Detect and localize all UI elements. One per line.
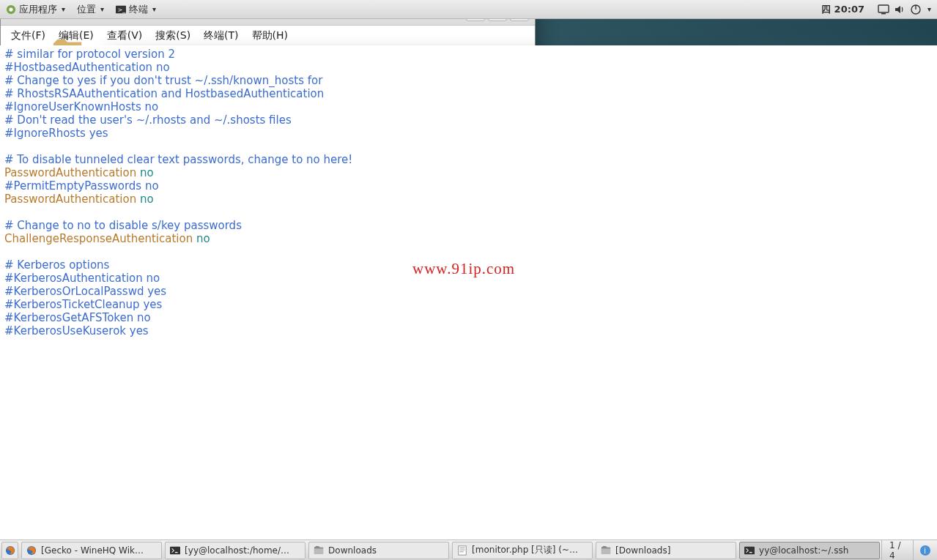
svg-rect-20 — [170, 546, 180, 554]
terminal-line: #KerberosTicketCleanup yes — [4, 298, 933, 311]
svg-rect-22 — [459, 545, 467, 554]
terminal-line: #HostbasedAuthentication no — [4, 61, 933, 74]
svg-rect-21 — [314, 548, 323, 553]
term-icon — [170, 545, 180, 556]
taskbar-item[interactable]: [yy@localhost:/home/… — [165, 542, 305, 559]
menu-search[interactable]: 搜索(S) — [149, 27, 196, 45]
terminal-line: ChallengeResponseAuthentication no — [4, 232, 933, 245]
svg-rect-5 — [881, 13, 886, 14]
svg-rect-26 — [601, 548, 610, 553]
terminal-line — [4, 245, 933, 258]
taskbar-item[interactable]: [Downloads] — [596, 542, 736, 559]
workspace-indicator[interactable]: 1 / 4 — [881, 540, 914, 560]
svg-text:i: i — [924, 546, 926, 556]
taskbar-item[interactable]: [Gecko - WineHQ Wik… — [21, 542, 162, 559]
taskbar-label: [monitor.php [只读] (~… — [472, 544, 578, 556]
taskbar-label: yy@localhost:~/.ssh — [759, 545, 848, 556]
running-app-menu[interactable]: >_ 终端▾ — [110, 0, 162, 18]
power-icon[interactable] — [910, 4, 922, 15]
files-icon — [314, 545, 324, 556]
terminal-line: #KerberosUseKuserok yes — [4, 324, 933, 337]
terminal-window[interactable]: yy@localhost:~/.ssh — □ ✕ 文件(F) 编辑(E) 查看… — [0, 0, 536, 369]
gedit-icon — [457, 545, 467, 556]
terminal-line: # Change to yes if you don't trust ~/.ss… — [4, 74, 933, 87]
menu-view[interactable]: 查看(V) — [101, 27, 149, 45]
terminal-line: #PermitEmptyPasswords no — [4, 179, 933, 193]
applications-menu[interactable]: 应用程序▾ — [0, 0, 71, 18]
terminal-line: #KerberosGetAFSToken no — [4, 311, 933, 324]
volume-icon[interactable] — [894, 4, 905, 15]
firefox-icon — [26, 545, 37, 556]
svg-text:>_: >_ — [118, 6, 126, 12]
clock[interactable]: 四 20:07 — [814, 3, 872, 16]
taskbar: [Gecko - WineHQ Wik…[yy@localhost:/home/… — [0, 540, 937, 560]
svg-rect-4 — [878, 5, 889, 12]
terminal-line: PasswordAuthentication no — [4, 166, 933, 179]
svg-point-1 — [9, 7, 12, 11]
display-icon[interactable] — [878, 4, 889, 15]
menu-terminal[interactable]: 终端(T) — [198, 27, 244, 45]
taskbar-tray[interactable]: i — [914, 545, 937, 556]
taskbar-label: [Gecko - WineHQ Wik… — [41, 545, 144, 556]
taskbar-item[interactable]: yy@localhost:~/.ssh — [739, 542, 880, 559]
tray-arrow-icon[interactable]: ▾ — [927, 5, 931, 13]
terminal-line — [4, 206, 933, 219]
menu-help[interactable]: 帮助(H) — [246, 27, 294, 45]
taskbar-item[interactable]: [monitor.php [只读] (~… — [452, 542, 593, 559]
top-panel: 应用程序▾ 位置▾ >_ 终端▾ 四 20:07 ▾ — [0, 0, 937, 19]
terminal-body[interactable]: # similar for protocol version 2#Hostbas… — [0, 45, 937, 560]
svg-rect-27 — [744, 546, 755, 554]
taskbar-label: [Downloads] — [615, 545, 670, 556]
terminal-line: # Change to no to disable s/key password… — [4, 219, 933, 232]
watermark: www.91ip.com — [412, 260, 515, 278]
terminal-line: # To disable tunneled clear text passwor… — [4, 153, 933, 166]
system-tray: ▾ — [872, 4, 937, 15]
terminal-line: # RhostsRSAAuthentication and HostbasedA… — [4, 87, 933, 100]
terminal-line — [4, 140, 933, 153]
terminal-line: #KerberosOrLocalPasswd yes — [4, 285, 933, 298]
places-label: 位置 — [77, 3, 96, 16]
taskbar-firefox-launcher[interactable] — [1, 542, 18, 559]
firefox-icon — [5, 545, 15, 556]
files-icon — [601, 545, 611, 556]
taskbar-item[interactable]: Downloads — [308, 542, 449, 559]
terminal-line: # Don't read the user's ~/.rhosts and ~/… — [4, 113, 933, 127]
terminal-line: #IgnoreRhosts yes — [4, 127, 933, 140]
terminal-icon: >_ — [116, 4, 126, 15]
apps-label: 应用程序 — [19, 3, 57, 16]
taskbar-label: [yy@localhost:/home/… — [185, 545, 289, 556]
terminal-line: # similar for protocol version 2 — [4, 48, 933, 61]
terminal-line: PasswordAuthentication no — [4, 193, 933, 206]
terminal-line: #IgnoreUserKnownHosts no — [4, 100, 933, 113]
places-menu[interactable]: 位置▾ — [71, 0, 110, 18]
info-icon: i — [919, 545, 931, 556]
running-label: 终端 — [129, 3, 148, 16]
apps-icon — [6, 4, 16, 15]
taskbar-label: Downloads — [328, 545, 377, 556]
term-icon — [744, 545, 755, 556]
